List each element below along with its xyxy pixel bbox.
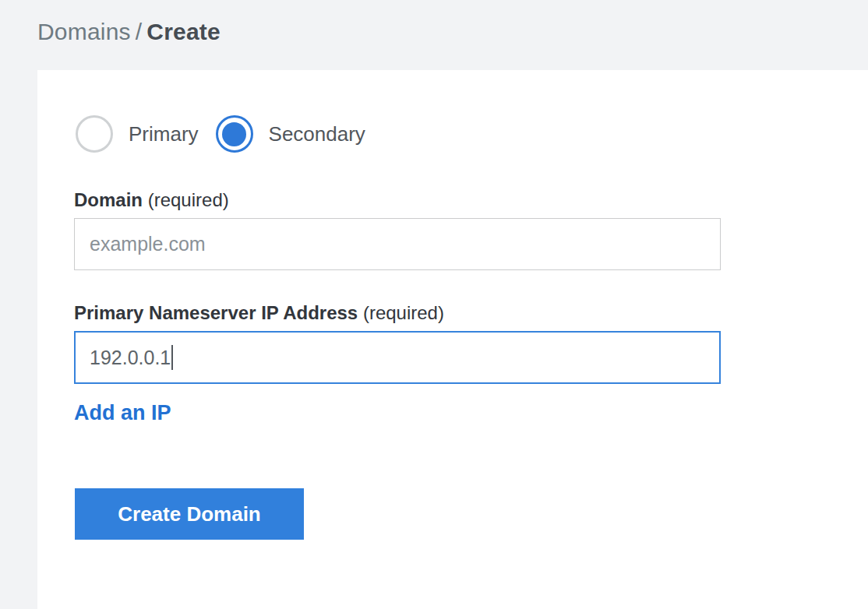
breadcrumb-separator: / <box>136 19 143 44</box>
add-ip-link[interactable]: Add an IP <box>74 401 171 425</box>
radio-secondary[interactable] <box>216 115 253 153</box>
ip-input-value: 192.0.0.1 <box>90 347 171 369</box>
text-caret <box>171 345 173 370</box>
radio-secondary-label[interactable]: Secondary <box>269 122 365 146</box>
domain-input[interactable] <box>74 218 721 270</box>
domain-required-hint: (required) <box>148 189 229 210</box>
radio-primary[interactable] <box>76 115 113 153</box>
create-domain-form-panel: Primary Secondary Domain (required) Prim… <box>37 70 868 609</box>
domain-label-text: Domain <box>74 189 143 210</box>
domain-field-label: Domain (required) <box>74 189 229 211</box>
breadcrumb-current-create: Create <box>146 19 221 44</box>
ip-required-hint: (required) <box>363 302 444 323</box>
ip-input[interactable]: 192.0.0.1 <box>74 331 721 384</box>
create-domain-page: Domains/Create Primary Secondary Domain … <box>0 0 868 609</box>
radio-primary-label[interactable]: Primary <box>129 122 199 146</box>
breadcrumb-domains-link[interactable]: Domains <box>37 19 131 44</box>
breadcrumb: Domains/Create <box>37 19 221 45</box>
domain-type-radio-group: Primary Secondary <box>76 115 365 153</box>
create-domain-button[interactable]: Create Domain <box>75 488 304 540</box>
ip-label-text: Primary Nameserver IP Address <box>74 302 358 323</box>
ip-field-label: Primary Nameserver IP Address (required) <box>74 302 444 324</box>
